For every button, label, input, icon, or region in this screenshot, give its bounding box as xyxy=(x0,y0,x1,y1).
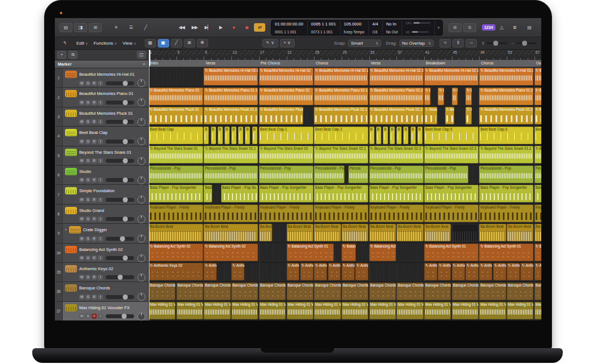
region[interactable]: Ba-Boom Beat xyxy=(342,224,368,241)
region[interactable]: Baroque Chords xyxy=(204,283,230,300)
region[interactable]: B xyxy=(376,127,381,144)
bar-ruler[interactable]: 159131721252933374145495357 xyxy=(149,50,541,60)
region[interactable]: B xyxy=(204,127,209,144)
rewind-button[interactable]: ◀◀ xyxy=(176,23,187,32)
track-header-row[interactable]: 5Beyond The Stars Snare 01MSRI xyxy=(55,146,148,166)
region[interactable]: ↻ Beautiful Memories Hi-Hat 02.3 xyxy=(424,68,478,85)
lcd-options-chevron-icon[interactable]: ∨ xyxy=(435,25,442,30)
track-header-row[interactable]: 6StudioMSRI xyxy=(55,166,148,185)
region[interactable]: ↻ Beautiful Memories Hi-Hat 02.2 xyxy=(369,68,424,85)
lcd-display[interactable]: 01:00:00:00.000001 1 1 0010065 1 1 00100… xyxy=(271,20,443,36)
track-header-row[interactable]: 36Baroque ChordsMSRI xyxy=(55,282,148,301)
track-s-button[interactable]: S xyxy=(85,255,90,261)
region[interactable]: B xyxy=(218,127,223,144)
track-volume-fader[interactable] xyxy=(106,314,134,318)
region[interactable]: Bass Player - Pop So xyxy=(221,185,258,202)
region[interactable]: Ba-Boom Beat xyxy=(204,224,258,241)
arrangement-marker[interactable]: Pre Chorus xyxy=(259,60,315,67)
disclosure-chevron-icon[interactable]: › xyxy=(65,227,67,232)
region[interactable]: Baroque Chords xyxy=(176,283,203,300)
region[interactable]: ↻ Anthe xyxy=(452,263,465,280)
solo-button[interactable]: S xyxy=(463,23,476,32)
region[interactable]: ↻ Beautiful Memories Hi-Hat 03.2 xyxy=(479,68,533,85)
track-m-button[interactable]: M xyxy=(79,119,84,124)
region[interactable]: Keyboard Player - Freely xyxy=(479,205,533,222)
smart-controls-button[interactable]: ✳ xyxy=(110,23,123,32)
region[interactable]: Keyboard Player - Freely xyxy=(259,205,313,222)
playhead-handle[interactable] xyxy=(149,50,150,66)
region[interactable]: Ba-Boom Beat xyxy=(369,224,396,241)
region[interactable]: B xyxy=(238,127,243,144)
track-volume-fader[interactable] xyxy=(106,101,134,105)
region[interactable]: Ba-Boom Beat xyxy=(287,224,313,241)
apple-loops-button[interactable]: Ω xyxy=(538,23,541,32)
track-i-button[interactable]: I xyxy=(98,314,103,319)
region[interactable]: ↻ Beautiful Memories Piano 02 xyxy=(259,88,313,105)
region[interactable]: Bass Player - Pop Songwriter xyxy=(314,185,368,202)
region[interactable]: Max Hiding 01 V xyxy=(314,302,340,319)
menu-view[interactable]: View ∨ xyxy=(121,40,138,46)
waveform-zoom-button[interactable]: ≈ xyxy=(439,39,451,47)
track-r-button[interactable]: R xyxy=(92,275,97,280)
region[interactable]: ↻ Beyond The Stars Snare 01.2 xyxy=(479,146,533,163)
track-s-button[interactable]: S xyxy=(85,216,90,222)
record-button[interactable]: ● xyxy=(228,23,239,32)
arrangement-marker[interactable]: Verse xyxy=(204,60,260,67)
track-pan-knob[interactable] xyxy=(137,196,145,203)
region[interactable]: ↻ Anthe xyxy=(355,263,368,280)
track-pan-knob[interactable] xyxy=(137,293,145,301)
snap-menu[interactable]: Smart⇅ xyxy=(348,40,381,47)
track-m-button[interactable]: M xyxy=(79,216,84,222)
region[interactable]: Percussionist - Pop xyxy=(314,166,344,183)
region[interactable]: Max Hiding 01 V xyxy=(342,302,368,319)
region[interactable]: Baroque Chords xyxy=(452,283,478,300)
region[interactable]: Bass Player - Pop Songwriter xyxy=(369,185,424,202)
region[interactable]: Baroque Chords xyxy=(231,283,258,300)
region[interactable]: Max Hiding 01 V xyxy=(176,302,203,319)
track-s-button[interactable]: S xyxy=(85,119,90,124)
play-button[interactable]: ▶ xyxy=(215,23,226,32)
region[interactable]: ↻ Anthe xyxy=(465,263,478,280)
region[interactable]: ↻ Anthe xyxy=(424,263,437,280)
region[interactable]: ↻ Beyond The Stars Snare 02 xyxy=(259,146,313,163)
vertical-zoom-slider[interactable] xyxy=(486,42,507,44)
menu-edit[interactable]: Edit ∨ xyxy=(75,40,89,46)
region[interactable]: ↻ Anthe xyxy=(314,263,327,280)
region[interactable]: Max Hiding 01 V xyxy=(507,302,533,319)
region[interactable]: Keyboard Player - Freely xyxy=(204,205,258,222)
region[interactable]: ↻ Anthemic Keys 02 xyxy=(149,263,203,280)
track-header-row[interactable]: 8Studio GrandMSRI xyxy=(55,205,148,224)
region[interactable]: Bass Pl xyxy=(534,185,541,202)
track-s-button[interactable]: S xyxy=(85,100,90,105)
region[interactable]: B xyxy=(211,127,216,144)
region[interactable]: ↻ Anthe xyxy=(438,263,451,280)
menu-functions[interactable]: Functions ∨ xyxy=(92,40,118,46)
track-r-button[interactable]: R xyxy=(92,255,97,261)
add-marker-icon[interactable]: + xyxy=(143,62,145,67)
region[interactable]: Keyboard xyxy=(534,205,541,222)
duplicate-track-button[interactable]: ⧉ xyxy=(68,51,77,59)
track-i-button[interactable]: I xyxy=(98,177,103,183)
region[interactable]: Max Hiding 01 V xyxy=(204,302,230,319)
region[interactable]: Max Hiding 01 V xyxy=(369,302,396,319)
track-volume-fader[interactable] xyxy=(106,237,134,241)
region[interactable]: ↻ Beautiful xyxy=(424,107,437,124)
region[interactable]: Max Hid xyxy=(534,302,541,319)
region[interactable]: Ba-Boo xyxy=(534,224,541,241)
region[interactable]: Baroque Chords xyxy=(342,283,368,300)
metronome-button[interactable]: △ xyxy=(495,23,508,32)
region[interactable]: ↻ Beyond The Stars Snare 02.3 xyxy=(424,146,478,163)
region[interactable]: ↻ Anthe xyxy=(328,263,341,280)
region[interactable]: Max Hiding 01 V xyxy=(452,302,478,319)
track-s-button[interactable]: S xyxy=(85,139,90,144)
region[interactable]: ↻ Anthe xyxy=(287,263,300,280)
track-r-button[interactable]: R xyxy=(92,294,97,300)
region[interactable]: ↻ Beautiful Memories Hi-Hat 02.1 xyxy=(314,68,368,85)
region[interactable]: ↻ Be xyxy=(438,88,444,105)
track-r-button[interactable]: R xyxy=(92,197,97,202)
track-m-button[interactable]: M xyxy=(79,314,84,319)
region[interactable]: ↻ Be xyxy=(452,88,458,105)
region[interactable]: ↻ Beyond The Stars Snare 01 xyxy=(149,146,203,163)
editors-button[interactable]: ╱ xyxy=(139,23,152,32)
track-volume-fader[interactable] xyxy=(106,159,134,163)
